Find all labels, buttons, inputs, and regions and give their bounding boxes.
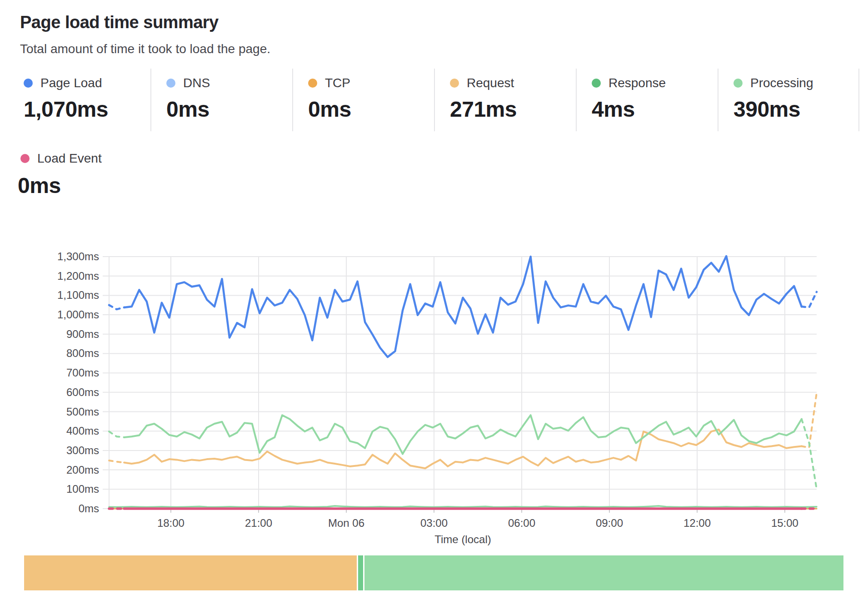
y-axis-label: 1,200ms xyxy=(57,270,99,282)
response-bar-segment[interactable] xyxy=(358,555,363,590)
x-axis-label: 21:00 xyxy=(245,517,272,529)
x-axis-label: 09:00 xyxy=(596,517,623,529)
y-axis-label: 600ms xyxy=(66,386,99,398)
y-axis-label: 400ms xyxy=(66,425,99,437)
x-axis-label: 03:00 xyxy=(420,517,448,529)
y-axis-label: 200ms xyxy=(66,464,99,476)
x-axis-label: 06:00 xyxy=(508,517,535,529)
page-load-line[interactable] xyxy=(124,256,802,357)
x-axis-label: Mon 06 xyxy=(328,517,364,529)
x-axis-label: 12:00 xyxy=(683,517,711,529)
y-axis-label: 300ms xyxy=(66,444,99,456)
request-bar-segment[interactable] xyxy=(24,555,357,590)
y-axis-label: 0ms xyxy=(79,502,99,515)
timing-breakdown-bar xyxy=(24,555,843,590)
page-load-line-dashed[interactable] xyxy=(802,292,817,307)
y-axis-label: 900ms xyxy=(66,328,99,340)
response-line[interactable] xyxy=(109,506,817,507)
processing-line-dashed[interactable] xyxy=(802,419,817,490)
processing-line[interactable] xyxy=(124,415,802,454)
y-axis-label: 1,300ms xyxy=(57,250,99,262)
page-load-summary-panel: { "header": { "title": "Page load time s… xyxy=(0,0,868,614)
x-axis-title: Time (local) xyxy=(434,533,491,545)
request-line-dashed[interactable] xyxy=(109,460,124,462)
y-axis-label: 800ms xyxy=(66,347,99,359)
processing-line-dashed[interactable] xyxy=(109,431,124,437)
processing-bar-segment[interactable] xyxy=(364,555,843,590)
y-axis-label: 500ms xyxy=(66,406,99,418)
y-axis-label: 100ms xyxy=(66,483,99,495)
x-axis-label: 18:00 xyxy=(157,517,185,529)
page-load-chart-svg[interactable]: 0ms100ms200ms300ms400ms500ms600ms700ms80… xyxy=(0,0,868,614)
y-axis-label: 1,100ms xyxy=(57,289,99,301)
page-load-line-dashed[interactable] xyxy=(109,305,124,309)
request-line[interactable] xyxy=(124,430,802,468)
x-axis-label: 15:00 xyxy=(771,517,798,529)
y-axis-label: 1,000ms xyxy=(57,308,99,321)
y-axis-label: 700ms xyxy=(66,366,99,379)
request-line-dashed[interactable] xyxy=(802,393,817,448)
